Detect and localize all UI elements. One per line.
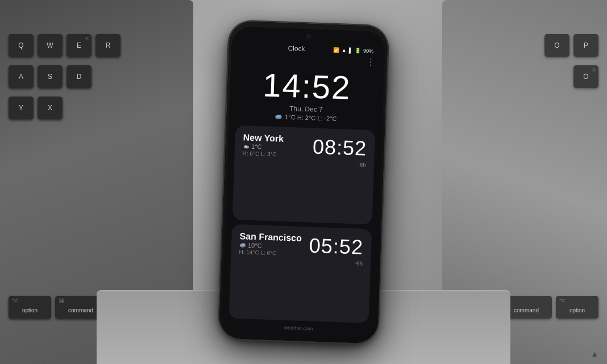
- status-left-spacer: [243, 47, 260, 47]
- local-weather-text: 1°C H: 2°C L: -2°C: [285, 113, 337, 122]
- city-hl-new-york: H: 6°C L: 3°C: [243, 150, 284, 157]
- key-o[interactable]: O: [544, 34, 569, 57]
- key-p[interactable]: P: [573, 34, 598, 57]
- key-r[interactable]: R: [95, 34, 120, 57]
- phone-screen: Clock 📶 ▲ ▌ 🔋 90% ⋮ 14:52 Thu, Dec 7: [222, 26, 386, 338]
- city-time-area-new-york: 08:52 -6h: [312, 135, 367, 168]
- city-offset-new-york: -6h: [312, 160, 366, 168]
- key-s[interactable]: S: [38, 65, 63, 88]
- key-w[interactable]: W: [38, 34, 63, 57]
- city-time-new-york: 08:52: [312, 135, 367, 160]
- key-d[interactable]: D: [66, 65, 92, 88]
- key-y[interactable]: Y: [9, 97, 34, 119]
- city-info-san-francisco: San Francisco 10°C H: 14°C L: 6°C: [239, 231, 302, 257]
- partly-cloudy-icon: [243, 143, 250, 148]
- watermark: ▲: [591, 349, 598, 358]
- city-info-new-york: New York 1°C H: 6°C L: 3°C: [243, 132, 284, 157]
- city-card-new-york[interactable]: New York 1°C H: 6°C L: 3°C: [232, 125, 376, 224]
- city-card-top-san-francisco: San Francisco 10°C H: 14°C L: 6°C: [239, 231, 364, 267]
- phone: Clock 📶 ▲ ▌ 🔋 90% ⋮ 14:52 Thu, Dec 7: [218, 20, 388, 344]
- city-card-top-new-york: New York 1°C H: 6°C L: 3°C: [242, 132, 367, 168]
- svg-point-2: [277, 114, 281, 117]
- key-x[interactable]: X: [38, 97, 63, 119]
- cloudy-icon: [239, 242, 246, 247]
- battery-percent: 90%: [363, 48, 373, 54]
- status-icons: 📶 ▲ ▌ 🔋 90%: [333, 47, 374, 53]
- key-option-left[interactable]: ⌥ option: [9, 296, 51, 319]
- phone-outer: Clock 📶 ▲ ▌ 🔋 90% ⋮ 14:52 Thu, Dec 7: [218, 20, 388, 344]
- cloud-icon: [275, 114, 282, 119]
- app-name: Clock: [288, 44, 305, 52]
- key-e[interactable]: E€: [66, 34, 92, 57]
- main-time-display: 14:52: [241, 68, 373, 105]
- key-o-umlaut[interactable]: Ö @: [573, 65, 598, 88]
- key-q[interactable]: Q: [9, 34, 34, 57]
- key-a[interactable]: A: [9, 65, 34, 88]
- city-time-san-francisco: 05:52: [309, 233, 364, 259]
- battery-icon: 🔋: [355, 48, 361, 53]
- key-option-right[interactable]: ⌥ option: [556, 296, 598, 319]
- city-offset-san-francisco: -9h: [309, 258, 363, 266]
- svg-point-5: [244, 145, 247, 147]
- city-cards-container: New York 1°C H: 6°C L: 3°C: [222, 120, 382, 328]
- bluetooth-icon: 📶: [333, 47, 339, 52]
- city-time-area-san-francisco: 05:52 -9h: [309, 233, 364, 266]
- camera-dot: [306, 33, 311, 39]
- main-clock-area: 14:52 Thu, Dec 7 1°C H: 2°C L: -2°C: [229, 61, 384, 125]
- svg-point-8: [242, 242, 246, 245]
- wifi-icon: ▲: [342, 47, 347, 53]
- city-name-new-york: New York: [243, 132, 284, 144]
- city-card-san-francisco[interactable]: San Francisco 10°C H: 14°C L: 6°C: [229, 224, 372, 323]
- signal-icon: ▌: [349, 47, 353, 53]
